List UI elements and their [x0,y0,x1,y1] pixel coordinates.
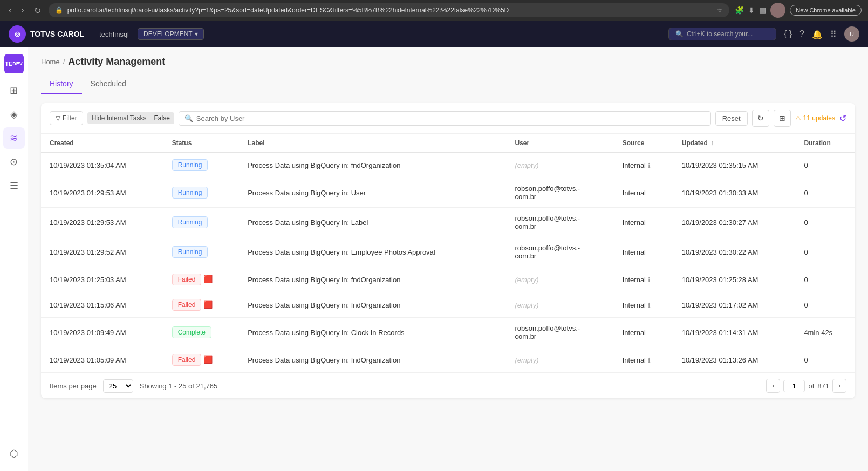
forward-button[interactable]: › [19,3,26,17]
cell-created: 10/19/2023 01:25:03 AM [41,267,163,292]
table-row[interactable]: 10/19/2023 01:29:53 AMRunningProcess Dat… [41,208,855,237]
reset-button[interactable]: Reset [715,111,748,126]
sidebar-item-data[interactable]: ≋ [3,127,25,149]
cell-created: 10/19/2023 01:29:53 AM [41,208,163,237]
cell-user: robson.poffo@totvs.- com.br [506,178,613,208]
info-icon: ℹ [648,276,651,284]
cell-source: Internal [614,208,673,237]
warning-icon: ⚠ [795,114,801,122]
download-icon[interactable]: ⬇ [748,6,755,15]
table-row[interactable]: 10/19/2023 01:09:49 AMCompleteProcess Da… [41,318,855,347]
columns-button[interactable]: ⊞ [774,110,791,127]
address-bar[interactable]: 🔒 poffo.carol.ai/techfinsql/carol-ui/tas… [49,3,730,17]
status-badge: Failed [172,354,202,366]
cell-duration: 0 [795,347,855,373]
col-label: Label [239,134,506,153]
table-row[interactable]: 10/19/2023 01:05:09 AMFailed🟥Process Dat… [41,347,855,373]
cell-status: Complete [163,318,240,347]
prev-page-button[interactable]: ‹ [766,379,780,393]
sidebar-bottom: ⬡ [3,443,25,465]
cell-updated: 10/19/2023 01:30:33 AM [673,178,796,208]
cell-duration: 0 [795,153,855,178]
env-badge[interactable]: DEVELOPMENT ▾ [138,28,204,40]
cell-label: Process Data using BigQuery in: fndOrgan… [239,347,506,373]
table-row[interactable]: 10/19/2023 01:29:52 AMRunningProcess Dat… [41,237,855,267]
filter-chip-hide-internal[interactable]: Hide Internal Tasks False [87,112,174,124]
auto-refresh-button[interactable]: ↺ [839,113,846,124]
help-icon[interactable]: ? [799,29,804,39]
search-field[interactable] [196,114,705,122]
table-container: ▽ Filter Hide Internal Tasks False 🔍 Res… [41,103,855,398]
api-icon[interactable]: { } [784,29,792,39]
new-chrome-button[interactable]: New Chrome available [790,5,862,16]
search-user-input[interactable]: 🔍 [179,111,711,126]
cell-source: Internalℹ [614,292,673,318]
global-search[interactable]: 🔍 Ctrl+K to search your... [668,28,776,40]
sidebar-item-list[interactable]: ☰ [3,175,25,196]
total-pages: 871 [817,382,829,390]
tab-history[interactable]: History [41,74,82,94]
cell-user: (empty) [506,267,613,292]
breadcrumb: Home / Activity Management [41,56,855,67]
info-icon: ℹ [648,302,651,309]
table-row[interactable]: 10/19/2023 01:15:06 AMFailed🟥Process Dat… [41,292,855,318]
table-row[interactable]: 10/19/2023 01:25:03 AMFailed🟥Process Dat… [41,267,855,292]
col-created: Created [41,134,163,153]
cell-status: Running [163,208,240,237]
list-icon: ☰ [10,180,18,192]
env-label: DEVELOPMENT [143,30,193,38]
cell-label: Process Data using BigQuery in: fndOrgan… [239,292,506,318]
cell-duration: 0 [795,292,855,318]
page-number-input[interactable] [783,380,805,392]
cell-duration: 0 [795,267,855,292]
filter-icon: ▽ [56,114,60,122]
empty-user: (empty) [515,276,538,284]
logo-text: TOTVS CAROL [30,30,84,38]
sidebar-item-help[interactable]: ⬡ [3,443,25,465]
search-icon: 🔍 [675,30,684,38]
apps-icon[interactable]: ⠿ [830,29,837,39]
grid-icon: ⊞ [10,85,18,97]
sidebar-item-integration[interactable]: ◈ [3,104,25,125]
refresh-button[interactable]: ↻ [752,110,769,127]
profile-avatar[interactable] [770,3,785,18]
table-row[interactable]: 10/19/2023 01:29:53 AMRunningProcess Dat… [41,178,855,208]
breadcrumb-home[interactable]: Home [41,58,60,66]
cell-label: Process Data using BigQuery in: Clock In… [239,318,506,347]
sidebar-item-grid[interactable]: ⊞ [3,80,25,101]
sidebar-item-monitor[interactable]: ⊙ [3,151,25,173]
back-button[interactable]: ‹ [6,3,13,17]
cell-updated: 10/19/2023 01:13:26 AM [673,347,796,373]
cell-created: 10/19/2023 01:29:53 AM [41,178,163,208]
cell-status: Running [163,237,240,267]
cell-label: Process Data using BigQuery in: Label [239,208,506,237]
table-row[interactable]: 10/19/2023 01:35:04 AMRunningProcess Dat… [41,153,855,178]
col-updated[interactable]: Updated ↑ [673,134,796,153]
cell-user: robson.poffo@totvs.- com.br [506,318,613,347]
cell-duration: 4min 42s [795,318,855,347]
integration-icon: ◈ [10,108,18,120]
updates-badge: ⚠ 11 updates [795,114,835,122]
user-avatar[interactable]: U [844,26,859,42]
info-icon: ℹ [648,162,651,169]
notifications-icon[interactable]: 🔔 [812,29,823,39]
extensions-icon[interactable]: 🧩 [735,6,744,15]
cell-updated: 10/19/2023 01:35:15 AM [673,153,796,178]
sidebar-toggle-icon[interactable]: ▤ [759,6,766,15]
sidebar-avatar: TEDEV [4,54,24,73]
tab-scheduled[interactable]: Scheduled [82,74,135,94]
reload-button[interactable]: ↻ [32,3,43,18]
url-text: poffo.carol.ai/techfinsql/carol-ui/tasks… [67,6,713,14]
per-page-select[interactable]: 25 50 100 [103,379,133,393]
filter-button[interactable]: ▽ Filter [50,111,83,125]
cell-duration: 0 [795,237,855,267]
chevron-down-icon: ▾ [195,30,198,38]
header-right: 🔍 Ctrl+K to search your... { } ? 🔔 ⠿ U [668,26,859,42]
search-placeholder: Ctrl+K to search your... [687,30,753,38]
cell-updated: 10/19/2023 01:30:22 AM [673,237,796,267]
breadcrumb-separator: / [63,58,65,66]
next-page-button[interactable]: › [832,379,846,393]
cell-label: Process Data using BigQuery in: Employee… [239,237,506,267]
cell-source: Internal [614,237,673,267]
cell-created: 10/19/2023 01:15:06 AM [41,292,163,318]
